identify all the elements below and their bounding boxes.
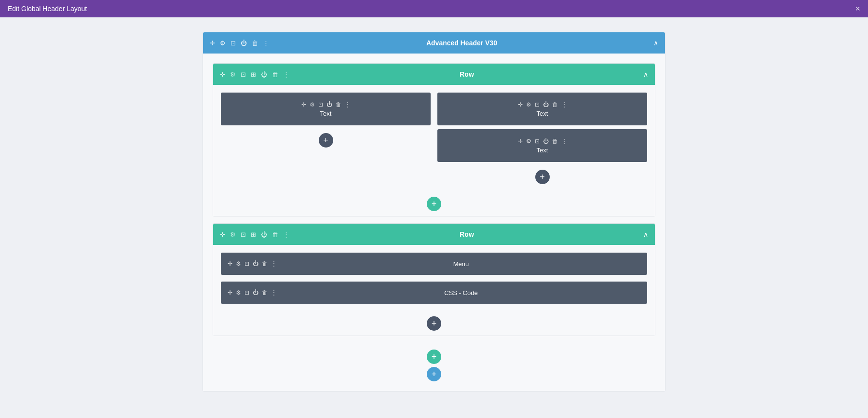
menu-settings-icon[interactable]: ⚙ (236, 260, 241, 267)
row2-css-module[interactable]: ✛ ⚙ ⊡ ⏻ 🗑 ⋮ CSS - Code (221, 282, 647, 304)
row1-columns-icon[interactable]: ⊞ (251, 71, 256, 78)
row2-menu-module[interactable]: ✛ ⚙ ⊡ ⏻ 🗑 ⋮ Menu (221, 253, 647, 275)
module1-trash-icon[interactable]: 🗑 (336, 101, 341, 108)
module1-copy-icon[interactable]: ⊡ (318, 101, 323, 108)
row1-add-row-area: + (213, 192, 655, 216)
module1-move-icon[interactable]: ✛ (301, 101, 306, 108)
module3-copy-icon[interactable]: ⊡ (535, 138, 540, 145)
row1-settings-icon[interactable]: ⚙ (230, 71, 236, 78)
module3-settings-icon[interactable]: ⚙ (526, 138, 531, 145)
module3-power-icon[interactable]: ⏻ (543, 138, 549, 145)
row1-col2-text1-icons: ✛ ⚙ ⊡ ⏻ 🗑 ⋮ (518, 101, 567, 108)
menu-copy-icon[interactable]: ⊡ (244, 260, 249, 267)
row2-columns-icon[interactable]: ⊞ (251, 231, 256, 238)
module1-more-icon[interactable]: ⋮ (345, 101, 351, 108)
main-content: ✛ ⚙ ⊡ ⏻ 🗑 ⋮ Advanced Header V30 ∧ (0, 17, 868, 418)
row1-col1-add-area: + (221, 129, 431, 148)
row2-copy-icon[interactable]: ⊡ (241, 231, 246, 238)
row2-chevron-icon[interactable]: ∧ (643, 230, 648, 238)
row2-css-icons: ✛ ⚙ ⊡ ⏻ 🗑 ⋮ (228, 289, 277, 296)
add-row-teal-button[interactable]: + (427, 350, 441, 364)
advanced-header-toolbar: ✛ ⚙ ⊡ ⏻ 🗑 ⋮ Advanced Header V30 ∧ (203, 32, 665, 54)
row2-power-icon[interactable]: ⏻ (261, 231, 267, 238)
row1-toolbar-left: ✛ ⚙ ⊡ ⊞ ⏻ 🗑 ⋮ (220, 71, 290, 78)
row2-header: ✛ ⚙ ⊡ ⊞ ⏻ 🗑 ⋮ Row ∧ (213, 224, 655, 245)
menu-more-icon[interactable]: ⋮ (271, 260, 277, 267)
row1-power-icon[interactable]: ⏻ (261, 71, 267, 78)
menu-trash-icon[interactable]: 🗑 (262, 260, 268, 267)
row2-move-icon[interactable]: ✛ (220, 231, 225, 238)
row1-chevron-icon[interactable]: ∧ (643, 70, 648, 78)
chevron-up-icon[interactable]: ∧ (653, 39, 658, 47)
row2-title: Row (290, 230, 643, 238)
close-button[interactable]: × (855, 4, 860, 13)
row1-copy-icon[interactable]: ⊡ (241, 71, 246, 78)
row2-toolbar-left: ✛ ⚙ ⊡ ⊞ ⏻ 🗑 ⋮ (220, 231, 290, 238)
advanced-header-title: Advanced Header V30 (270, 39, 653, 47)
row2-menu-label: Menu (282, 260, 640, 268)
css-power-icon[interactable]: ⏻ (253, 289, 258, 296)
advanced-header-toolbar-left: ✛ ⚙ ⊡ ⏻ 🗑 ⋮ (210, 40, 270, 47)
row1-col2-text2-label: Text (537, 147, 548, 154)
row1-col2-text-module2[interactable]: ✛ ⚙ ⊡ ⏻ 🗑 ⋮ Text (437, 129, 647, 162)
css-copy-icon[interactable]: ⊡ (244, 289, 249, 296)
row1-col2-add-button[interactable]: + (535, 170, 550, 184)
title-bar-title: Edit Global Header Layout (8, 5, 87, 13)
row1-col2: ✛ ⚙ ⊡ ⏻ 🗑 ⋮ Text (437, 93, 647, 184)
css-settings-icon[interactable]: ⚙ (236, 289, 241, 296)
row1-col2-text1-label: Text (537, 110, 548, 117)
move-icon[interactable]: ✛ (210, 40, 215, 47)
title-bar: Edit Global Header Layout × (0, 0, 868, 17)
row1-add-row-button[interactable]: + (427, 197, 441, 211)
bottom-add-area: + + (213, 343, 655, 381)
row1-title: Row (290, 70, 643, 78)
row1-block: ✛ ⚙ ⊡ ⊞ ⏻ 🗑 ⋮ Row ∧ (213, 63, 655, 216)
advanced-header-toolbar-right: ∧ (653, 39, 658, 47)
row1-col1-add-button[interactable]: + (319, 133, 333, 148)
more-icon[interactable]: ⋮ (263, 40, 269, 47)
row1-trash-icon[interactable]: 🗑 (272, 71, 278, 78)
row2-css-label: CSS - Code (282, 289, 640, 297)
module2-trash-icon[interactable]: 🗑 (552, 101, 558, 108)
module3-move-icon[interactable]: ✛ (518, 138, 523, 145)
row2-settings-icon[interactable]: ⚙ (230, 231, 236, 238)
row2-trash-icon[interactable]: 🗑 (272, 231, 278, 238)
menu-power-icon[interactable]: ⏻ (253, 260, 258, 267)
row2-more-icon[interactable]: ⋮ (283, 231, 289, 238)
row2-add-module-area: + (213, 311, 655, 336)
module2-settings-icon[interactable]: ⚙ (526, 101, 531, 108)
css-trash-icon[interactable]: 🗑 (262, 289, 268, 296)
row1-col2-text2-icons: ✛ ⚙ ⊡ ⏻ 🗑 ⋮ (518, 138, 567, 145)
copy-icon[interactable]: ⊡ (231, 40, 236, 47)
row2-menu-icons: ✛ ⚙ ⊡ ⏻ 🗑 ⋮ (228, 260, 277, 267)
module2-power-icon[interactable]: ⏻ (543, 101, 549, 108)
module1-power-icon[interactable]: ⏻ (326, 101, 332, 108)
module2-move-icon[interactable]: ✛ (518, 101, 523, 108)
module2-copy-icon[interactable]: ⊡ (535, 101, 540, 108)
row1-header: ✛ ⚙ ⊡ ⊞ ⏻ 🗑 ⋮ Row ∧ (213, 64, 655, 85)
row1-col1-text-icons: ✛ ⚙ ⊡ ⏻ 🗑 ⋮ (301, 101, 351, 108)
row1-col1: ✛ ⚙ ⊡ ⏻ 🗑 ⋮ Text + (221, 93, 431, 184)
menu-move-icon[interactable]: ✛ (228, 260, 232, 267)
advanced-header-block: ✛ ⚙ ⊡ ⏻ 🗑 ⋮ Advanced Header V30 ∧ (203, 32, 665, 391)
css-move-icon[interactable]: ✛ (228, 289, 232, 296)
row2-add-module-button[interactable]: + (427, 316, 441, 331)
settings-icon[interactable]: ⚙ (220, 40, 226, 47)
power-icon[interactable]: ⏻ (241, 40, 247, 47)
row1-col2-text-module1[interactable]: ✛ ⚙ ⊡ ⏻ 🗑 ⋮ Text (437, 93, 647, 125)
row1-col1-text-label: Text (320, 110, 332, 117)
module1-settings-icon[interactable]: ⚙ (310, 101, 315, 108)
row1-content: ✛ ⚙ ⊡ ⏻ 🗑 ⋮ Text + (213, 85, 655, 192)
row1-move-icon[interactable]: ✛ (220, 71, 225, 78)
row2-content: ✛ ⚙ ⊡ ⏻ 🗑 ⋮ Menu ✛ (213, 245, 655, 311)
add-row-blue-button[interactable]: + (427, 367, 441, 381)
module3-more-icon[interactable]: ⋮ (561, 138, 567, 145)
row1-col1-text-module[interactable]: ✛ ⚙ ⊡ ⏻ 🗑 ⋮ Text (221, 93, 431, 125)
row1-col2-add-area: + (437, 166, 647, 184)
row1-more-icon[interactable]: ⋮ (283, 71, 289, 78)
layout-container: ✛ ⚙ ⊡ ⏻ 🗑 ⋮ Advanced Header V30 ∧ (203, 32, 665, 418)
module2-more-icon[interactable]: ⋮ (561, 101, 567, 108)
module3-trash-icon[interactable]: 🗑 (552, 138, 558, 145)
trash-icon[interactable]: 🗑 (252, 40, 258, 47)
css-more-icon[interactable]: ⋮ (271, 289, 277, 296)
